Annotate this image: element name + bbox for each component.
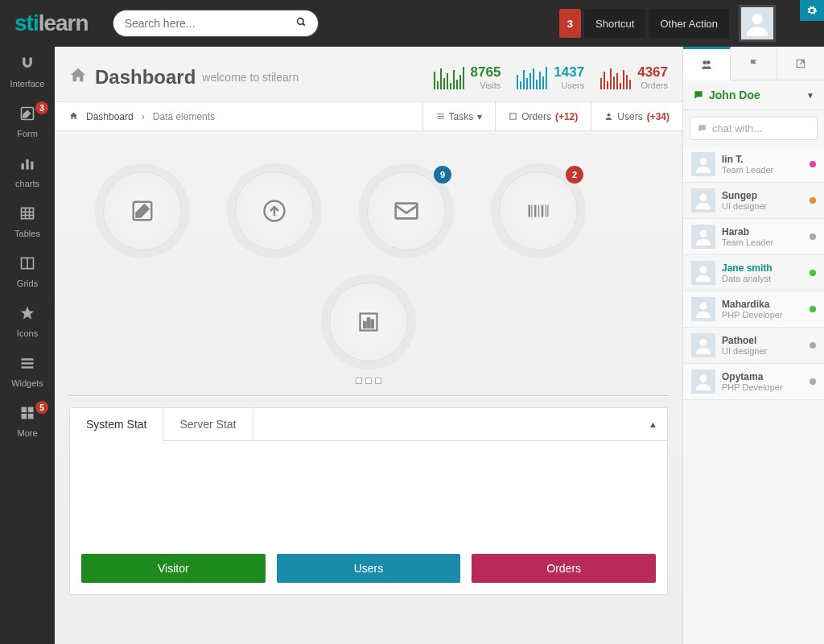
- orders-button[interactable]: Orders: [472, 554, 656, 583]
- avatar: [691, 225, 715, 249]
- contact-name: Jane smith: [722, 262, 803, 274]
- sidebar-item-charts[interactable]: charts: [0, 147, 55, 196]
- status-dot: [810, 342, 816, 349]
- shortcut-compose[interactable]: [103, 171, 182, 250]
- avatar[interactable]: [739, 5, 776, 42]
- sidebar-item-label: Icons: [17, 328, 38, 338]
- svg-point-47: [699, 303, 707, 310]
- visitor-button[interactable]: Visitor: [81, 554, 266, 583]
- shortcut-mail[interactable]: 9: [367, 171, 446, 250]
- stat-number: 8765: [471, 64, 501, 80]
- shortcut-chart[interactable]: [329, 283, 408, 361]
- svg-rect-21: [437, 114, 443, 114]
- tab-server-stat[interactable]: Server Stat: [163, 408, 253, 440]
- users-link[interactable]: Users (+34): [591, 102, 682, 130]
- stat-number: 4367: [637, 64, 668, 80]
- contact-name: Harab: [722, 226, 803, 237]
- contact-item[interactable]: Sungep UI designer: [683, 183, 824, 219]
- svg-point-41: [707, 60, 711, 64]
- svg-rect-29: [529, 205, 531, 217]
- contact-role: PHP Developer: [722, 382, 803, 392]
- chevron-down-icon: ▼: [806, 91, 814, 100]
- sidebar-item-icons[interactable]: Icons: [0, 296, 55, 346]
- chat-placeholder: chat with...: [712, 122, 762, 134]
- rtab-flag[interactable]: [731, 47, 778, 80]
- carousel-dots[interactable]: [55, 378, 682, 390]
- avatar: [691, 369, 715, 394]
- svg-rect-5: [26, 159, 28, 170]
- tab-header: System Stat Server Stat ▲: [70, 408, 667, 441]
- chat-user-name: John Doe: [709, 89, 760, 101]
- breadcrumb-row: Dashboard › Data elements Tasks ▾ Orders…: [55, 102, 682, 131]
- sidebar-item-tables[interactable]: Tables: [0, 196, 55, 246]
- status-dot: [810, 306, 816, 312]
- sidebar-item-grids[interactable]: Grids: [0, 246, 55, 296]
- svg-rect-23: [437, 118, 443, 119]
- contact-item[interactable]: Pathoel UI designer: [683, 328, 824, 364]
- svg-rect-17: [22, 407, 27, 412]
- chevron-right-icon: ›: [142, 111, 145, 122]
- sidebar-item-label: Tables: [14, 229, 40, 238]
- orders-link[interactable]: Orders (+12): [495, 102, 591, 130]
- barcode-badge: 2: [566, 166, 583, 184]
- notification-badge[interactable]: 3: [559, 9, 581, 38]
- contact-role: Data analyst: [722, 274, 803, 283]
- contact-role: UI designer: [722, 346, 803, 356]
- table-icon: [19, 205, 35, 225]
- users-count: (+34): [647, 111, 670, 122]
- status-dot: [810, 197, 816, 204]
- search-input[interactable]: [125, 17, 296, 30]
- contact-item[interactable]: Mahardika PHP Developer: [683, 291, 824, 328]
- caret-down-icon: ▾: [477, 111, 482, 122]
- sidebar-badge: 3: [35, 101, 48, 114]
- status-dot: [810, 161, 816, 167]
- svg-rect-15: [22, 362, 34, 365]
- rtab-contacts[interactable]: [683, 47, 731, 80]
- svg-rect-24: [510, 114, 516, 119]
- svg-rect-20: [28, 413, 34, 419]
- chat-user-header[interactable]: John Doe ▼: [683, 80, 824, 110]
- search-icon[interactable]: [296, 17, 307, 30]
- svg-rect-37: [364, 322, 365, 328]
- shortcut-barcode[interactable]: 2: [499, 171, 578, 250]
- star-icon: [19, 305, 35, 325]
- sidebar-item-more[interactable]: 5 More: [0, 396, 55, 446]
- users-label: Users: [617, 111, 642, 122]
- magnet-icon: [19, 56, 35, 76]
- other-action-button[interactable]: Other Action: [649, 9, 729, 38]
- users-button[interactable]: Users: [277, 554, 461, 583]
- right-sidebar: John Doe ▼ chat with... Iin T. Team Lead…: [682, 47, 824, 644]
- svg-rect-32: [538, 205, 539, 217]
- contact-item[interactable]: Jane smith Data analyst: [683, 255, 824, 291]
- contact-item[interactable]: Iin T. Team Leader: [683, 147, 824, 183]
- sidebar-item-widgets[interactable]: Widgets: [0, 346, 55, 396]
- home-icon: [69, 66, 87, 89]
- tasks-dropdown[interactable]: Tasks ▾: [422, 102, 496, 130]
- stat-label: Orders: [637, 80, 668, 90]
- breadcrumb-home[interactable]: Dashboard: [86, 111, 134, 122]
- svg-rect-22: [437, 116, 443, 117]
- svg-rect-33: [542, 205, 544, 217]
- contact-item[interactable]: Harab Team Leader: [683, 219, 824, 255]
- contact-role: Team Leader: [722, 237, 803, 247]
- search-box[interactable]: [113, 10, 319, 37]
- svg-rect-39: [372, 320, 373, 328]
- chat-input[interactable]: chat with...: [690, 117, 818, 140]
- sidebar-item-form[interactable]: 3 Form: [0, 97, 55, 147]
- shortcut-upload[interactable]: [235, 171, 314, 250]
- svg-point-25: [608, 114, 611, 117]
- breadcrumb-actions: Tasks ▾ Orders (+12) Users (+34): [422, 102, 682, 130]
- contact-info: Iin T. Team Leader: [722, 154, 803, 175]
- shortcut-button[interactable]: Shortcut: [584, 9, 645, 38]
- bar-icon: [19, 155, 35, 175]
- contact-item[interactable]: Opytama PHP Developer: [683, 364, 824, 400]
- tab-system-stat[interactable]: System Stat: [70, 408, 163, 441]
- shortcut-circles: 9 2: [55, 131, 682, 258]
- logo[interactable]: stilearn: [14, 10, 89, 36]
- collapse-icon[interactable]: ▲: [649, 419, 657, 429]
- sidebar-item-interface[interactable]: Interface: [0, 47, 55, 97]
- stat-visits: 8765Visits: [434, 64, 501, 90]
- rtab-external[interactable]: [777, 47, 824, 80]
- contact-info: Pathoel UI designer: [722, 335, 803, 356]
- gear-icon[interactable]: [800, 0, 824, 21]
